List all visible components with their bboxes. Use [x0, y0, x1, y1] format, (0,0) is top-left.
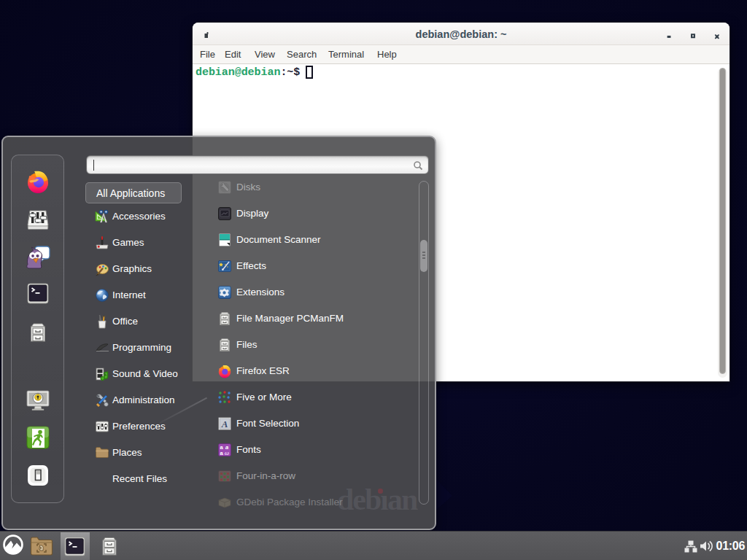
- svg-text:A: A: [221, 419, 228, 429]
- svg-text:ω: ω: [225, 450, 229, 456]
